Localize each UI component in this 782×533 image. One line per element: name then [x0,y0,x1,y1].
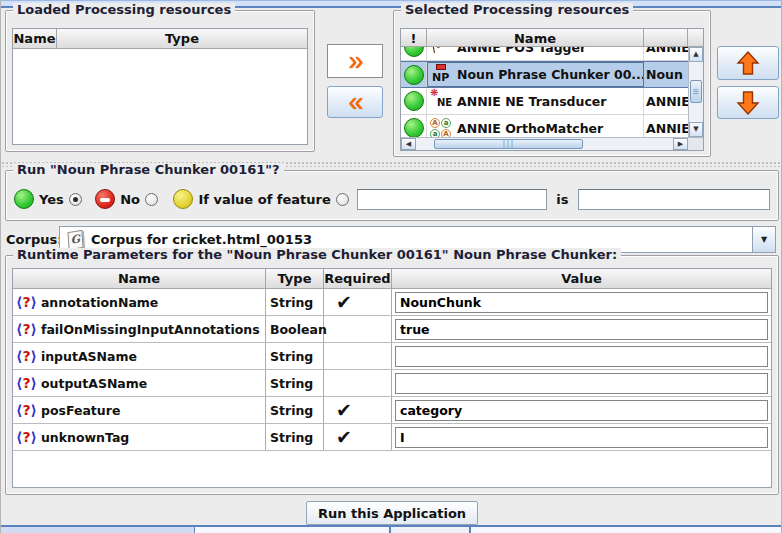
header-scrollbar-spacer [688,29,703,46]
vertical-scroll-thumb[interactable]: ≡ [690,80,702,103]
required-check-icon [324,343,392,369]
col-header-name[interactable]: Name [427,29,644,46]
run-yes-radio[interactable] [69,193,82,206]
scroll-left-icon[interactable]: ◀ [401,138,416,150]
combobox-dropdown-icon[interactable]: ▼ [752,227,775,252]
parameters-table: Name Type Required Value ⟨?⟩ annotationN… [12,268,772,488]
param-row-posFeature[interactable]: ⟨?⟩ posFeature String ✔ [13,397,771,424]
loaded-resources-table: Name Type [12,28,308,145]
col-header-type[interactable] [644,29,688,46]
param-row-outputASName[interactable]: ⟨?⟩ outputASName String [13,370,771,397]
table-row-ne-transducer[interactable]: ❋ NE ANNIE NE Transducer ANNIE [401,88,688,115]
col-header-bang[interactable]: ! [401,29,427,46]
resource-type: Noun [644,62,688,87]
double-right-chevron-icon: » [348,51,361,71]
horizontal-scrollbar[interactable]: ◀ ||| ▶ [401,137,688,150]
param-value-field[interactable] [395,319,768,340]
selected-panel-title: Selected Processing resources [401,3,633,17]
parameter-icon: ⟨?⟩ [16,321,37,337]
loaded-resources-panel: Loaded Processing resources Name Type [5,10,315,152]
col-header-value[interactable]: Value [392,269,771,288]
col-header-type[interactable]: Type [266,269,324,288]
param-row-unknownTag[interactable]: ⟨?⟩ unknownTag String ✔ [13,424,771,451]
table-empty-area [13,451,771,487]
param-row-failOnMissingInputAnnotations[interactable]: ⟨?⟩ failOnMissingInputAnnotations Boolea… [13,316,771,343]
up-arrow-icon [735,50,761,76]
parameter-icon: ⟨?⟩ [16,375,37,391]
ne-transducer-icon: ❋ NE [430,90,452,112]
param-type: String [266,424,324,450]
loaded-panel-title: Loaded Processing resources [13,3,235,17]
corpus-selected-value: Corpus for cricket.html_00153 [91,232,312,247]
bottom-panel-sliver [1,525,781,533]
parameter-icon: ⟨?⟩ [16,402,37,418]
param-name: outputASName [41,376,147,391]
remove-resource-button[interactable]: « [327,86,383,118]
run-no-label: No [120,192,140,207]
resource-type: ANNIE [644,88,688,114]
param-row-inputASName[interactable]: ⟨?⟩ inputASName String [13,343,771,370]
horizontal-scroll-thumb[interactable]: ||| [434,139,583,149]
down-arrow-icon [735,90,761,116]
required-check-icon [324,370,392,396]
param-name: failOnMissingInputAnnotations [41,322,260,337]
params-panel-title: Runtime Parameters for the "Noun Phrase … [13,248,621,262]
param-name: inputASName [41,349,137,364]
parameter-icon: ⟨?⟩ [16,348,37,364]
feature-value-field[interactable] [578,189,770,210]
col-header-type[interactable]: Type [57,29,307,48]
param-value-field[interactable] [395,292,768,313]
table-row-orthomatcher[interactable]: A a a A ANNIE OrthoMatcher ANNIE [401,115,688,137]
parameter-icon: ⟨?⟩ [16,294,37,310]
param-value-field[interactable] [395,400,768,421]
double-left-chevron-icon: « [348,92,361,112]
loaded-table-body[interactable] [13,49,307,144]
scroll-up-icon[interactable]: ▲ [689,47,703,62]
run-conditional-radio[interactable] [336,193,349,206]
param-value-field[interactable] [395,373,768,394]
parameter-icon: ⟨?⟩ [16,429,37,445]
col-header-name[interactable]: Name [13,269,266,288]
scroll-right-icon[interactable]: ▶ [673,138,688,150]
required-check-icon [324,316,392,342]
vertical-scroll-track[interactable]: ≡ [689,62,703,122]
param-value-field[interactable] [395,427,768,448]
run-conditional-label: If value of feature [198,192,330,207]
param-type: String [266,343,324,369]
resource-name: ANNIE NE Transducer [457,94,606,109]
run-options-panel: Run "Noun Phrase Chunker 00161"? Yes No … [5,170,779,221]
run-application-button[interactable]: Run this Application [306,501,478,525]
loaded-table-header: Name Type [13,29,307,49]
scrollbar-corner [688,137,703,150]
param-value-field[interactable] [395,346,768,367]
col-header-name[interactable]: Name [13,29,57,48]
add-resource-button[interactable]: » [327,44,383,78]
is-label: is [556,192,568,207]
selected-resources-panel: Selected Processing resources ! Name [393,10,711,157]
status-led-green-icon [404,91,424,111]
param-row-annotationName[interactable]: ⟨?⟩ annotationName String ✔ [13,289,771,316]
run-no-led-icon [95,189,115,209]
move-down-button[interactable] [717,86,779,119]
horizontal-scroll-track[interactable]: ||| [416,138,673,150]
table-row-pos-tagger[interactable]: ANNIE POS Tagger ANNIE [401,47,688,61]
orthomatcher-icon: A a a A [430,117,452,137]
required-check-icon: ✔ [324,289,392,315]
required-check-icon: ✔ [324,424,392,450]
col-header-required[interactable]: Required [324,269,392,288]
feature-name-field[interactable] [357,189,548,210]
application-runtime-panel: Loaded Processing resources Name Type » … [0,0,782,533]
parameters-table-header: Name Type Required Value [13,269,771,289]
param-name: annotationName [41,295,158,310]
resource-type: ANNIE [644,115,688,137]
selected-table-header: ! Name [401,29,703,47]
table-row-noun-phrase-chunker[interactable]: NP Noun Phrase Chunker 00... Noun [401,61,688,88]
scroll-down-icon[interactable]: ▼ [689,122,703,137]
run-options-row: Yes No If value of feature is [14,187,770,211]
run-no-radio[interactable] [145,193,158,206]
param-type: String [266,289,324,315]
vertical-scrollbar[interactable]: ▲ ≡ ▼ [688,47,703,137]
selected-table-body: ANNIE POS Tagger ANNIE NP Noun Phrase Ch… [401,47,688,137]
runtime-parameters-panel: Runtime Parameters for the "Noun Phrase … [5,255,779,495]
move-up-button[interactable] [717,46,779,80]
